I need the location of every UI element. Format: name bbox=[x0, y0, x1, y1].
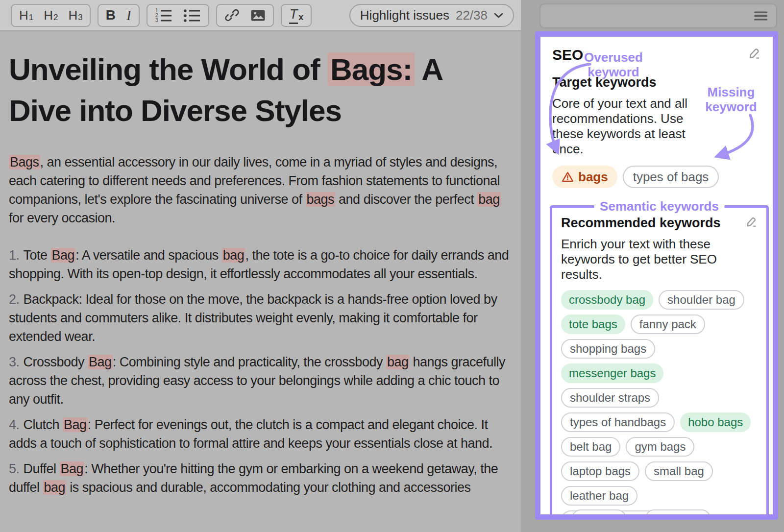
clear-formatting-icon: T bbox=[289, 7, 298, 24]
recommended-keyword-chip-shoulder-bag[interactable]: shoulder bag bbox=[659, 290, 744, 310]
overused-keyword-annotation: Overused keyword bbox=[577, 50, 650, 79]
italic-button[interactable]: I bbox=[121, 5, 137, 26]
heading-buttons-group: H1H2H3 bbox=[11, 4, 91, 27]
cut-off-chip bbox=[645, 509, 710, 520]
link-icon bbox=[224, 8, 240, 23]
target-keywords-description: Core of your text and all recommendation… bbox=[552, 96, 716, 157]
highlighted-keyword: bags bbox=[306, 192, 336, 207]
list-item: 2.Backpack: Ideal for those on the move,… bbox=[9, 290, 516, 346]
clear-formatting-button[interactable]: Tx bbox=[284, 5, 309, 26]
heading-h1-button[interactable]: H1 bbox=[14, 5, 38, 26]
list-number: 4. bbox=[9, 417, 20, 432]
document-title: Unveiling the World of Bags: A Dive into… bbox=[9, 49, 510, 131]
clear-format-group: Tx bbox=[281, 4, 312, 27]
document-list: 1.Tote Bag: A versatile and spacious bag… bbox=[9, 246, 521, 497]
unordered-list-icon bbox=[183, 8, 201, 23]
list-number: 3. bbox=[9, 355, 20, 369]
unordered-list-button[interactable] bbox=[178, 5, 206, 26]
highlighted-keyword: Bag bbox=[51, 248, 76, 263]
semantic-keywords-box: Semantic keywords Recommended keywords E… bbox=[550, 205, 769, 520]
semantic-keywords-label: Semantic keywords bbox=[594, 199, 725, 214]
editor-pane: H1H2H3 B I 1 2 3 bbox=[0, 0, 521, 532]
insert-buttons-group bbox=[216, 4, 274, 27]
recommended-keyword-chip-gym-bags[interactable]: gym bags bbox=[626, 437, 694, 457]
keyword-label: bags bbox=[578, 169, 608, 185]
hamburger-icon bbox=[754, 11, 767, 21]
target-keyword-chip-types-of-bags[interactable]: types of bags bbox=[623, 166, 719, 188]
ordered-list-button[interactable]: 1 2 3 bbox=[149, 5, 178, 26]
seo-panel: SEO Overused keyword Missing keyword Tar… bbox=[535, 31, 778, 520]
list-number: 5. bbox=[9, 461, 20, 476]
editor-toolbar: H1H2H3 B I 1 2 3 bbox=[0, 0, 521, 31]
highlight-issues-label: Highlight issues bbox=[360, 8, 449, 23]
recommended-keyword-chip-belt-bag[interactable]: belt bag bbox=[561, 437, 620, 457]
menu-button[interactable] bbox=[752, 7, 769, 24]
svg-text:3: 3 bbox=[155, 18, 158, 23]
recommended-keyword-chip-shopping-bags[interactable]: shopping bags bbox=[561, 339, 655, 359]
bold-button[interactable]: B bbox=[100, 5, 121, 26]
recommended-keyword-chip-types-of-handbags[interactable]: types of handbags bbox=[561, 412, 675, 432]
list-number: 1. bbox=[9, 248, 20, 263]
ordered-list-icon: 1 2 3 bbox=[155, 8, 172, 23]
warning-icon bbox=[562, 171, 574, 182]
edit-recommended-keywords-button[interactable] bbox=[745, 216, 758, 229]
target-keyword-chip-bags[interactable]: bags bbox=[552, 166, 617, 188]
highlighted-keyword: Bag bbox=[60, 461, 85, 476]
document-content[interactable]: Unveiling the World of Bags: A Dive into… bbox=[0, 31, 521, 497]
image-button[interactable] bbox=[245, 5, 271, 26]
target-keywords-chips: bagstypes of bags bbox=[552, 166, 761, 188]
intro-paragraph: Bags, an essential accessory in our dail… bbox=[9, 153, 516, 227]
link-button[interactable] bbox=[219, 5, 245, 26]
highlighted-keyword: Bags bbox=[9, 155, 40, 169]
cut-off-chip bbox=[572, 509, 626, 520]
panel-top-bar bbox=[539, 3, 777, 28]
highlighted-keyword: bag bbox=[386, 355, 410, 369]
list-number: 2. bbox=[9, 292, 20, 307]
recommended-keyword-chip-crossbody-bag[interactable]: crossbody bag bbox=[561, 290, 653, 310]
keyword-label: types of bags bbox=[633, 169, 709, 185]
recommended-keyword-chip-tote-bags[interactable]: tote bags bbox=[561, 314, 625, 334]
edit-target-keywords-button[interactable] bbox=[748, 47, 761, 61]
highlighted-keyword: Bags: bbox=[328, 52, 415, 86]
recommended-keywords-heading: Recommended keywords bbox=[561, 216, 721, 231]
recommended-keywords-chips: crossbody bagshoulder bagtote bagsfanny … bbox=[561, 290, 758, 520]
highlighted-keyword: Bag bbox=[88, 355, 113, 369]
list-item: 4.Clutch Bag: Perfect for evenings out, … bbox=[9, 415, 516, 453]
recommended-keyword-chip-messenger-bags[interactable]: messenger bags bbox=[561, 363, 663, 383]
highlight-issues-count: 22/38 bbox=[456, 8, 488, 23]
image-icon bbox=[250, 9, 266, 22]
recommended-keywords-description: Enrich your text with these keywords to … bbox=[561, 237, 756, 282]
highlighted-keyword: Bag bbox=[63, 417, 88, 432]
highlighted-keyword: bag bbox=[43, 480, 67, 495]
heading-h3-button[interactable]: H3 bbox=[63, 5, 88, 26]
recommended-keyword-chip-shoulder-straps[interactable]: shoulder straps bbox=[561, 388, 659, 408]
highlighted-keyword: bag bbox=[222, 248, 245, 263]
list-item: 1.Tote Bag: A versatile and spacious bag… bbox=[9, 246, 516, 283]
missing-keyword-annotation: Missing keyword bbox=[702, 85, 760, 114]
list-buttons-group: 1 2 3 bbox=[147, 4, 209, 27]
pencil-icon bbox=[745, 216, 758, 228]
recommended-keyword-chip-leather-bag[interactable]: leather bag bbox=[561, 486, 637, 506]
pencil-icon bbox=[748, 47, 761, 60]
list-item: 5.Duffel Bag: Whether you're hitting the… bbox=[9, 459, 516, 497]
list-item: 3.Crossbody Bag: Combining style and pra… bbox=[9, 353, 516, 409]
recommended-keyword-chip-hobo-bags[interactable]: hobo bags bbox=[680, 412, 751, 432]
format-buttons-group: B I bbox=[98, 4, 140, 27]
highlighted-keyword: bag bbox=[477, 192, 501, 207]
recommended-keyword-chip-small-bag[interactable]: small bag bbox=[645, 461, 713, 481]
recommended-keyword-chip-laptop-bags[interactable]: laptop bags bbox=[561, 461, 639, 481]
highlight-issues-dropdown[interactable]: Highlight issues 22/38 bbox=[349, 4, 514, 27]
recommended-keyword-chip-fanny-pack[interactable]: fanny pack bbox=[631, 314, 705, 334]
cut-off-chips bbox=[572, 509, 710, 520]
heading-h2-button[interactable]: H2 bbox=[38, 5, 63, 26]
chevron-down-icon bbox=[494, 13, 503, 18]
